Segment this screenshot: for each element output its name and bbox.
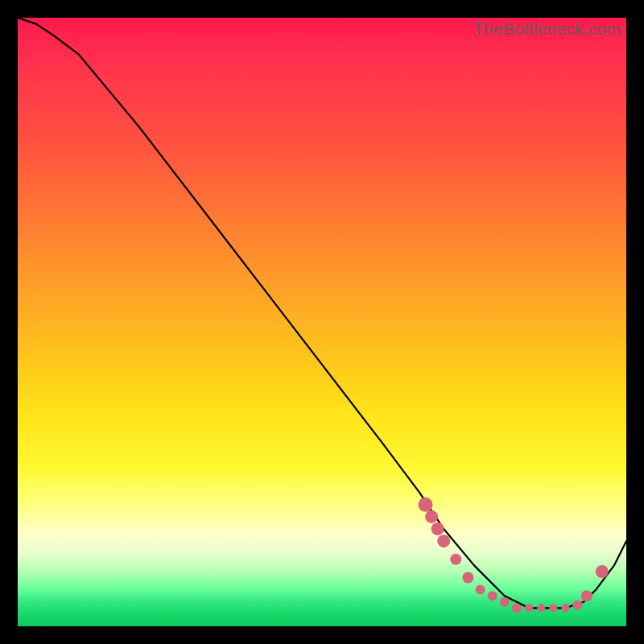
marker-dot	[431, 522, 444, 535]
marker-dot	[500, 597, 510, 607]
watermark-label: TheBottleneck.com	[474, 19, 621, 39]
marker-dot	[462, 572, 473, 584]
marker-group	[419, 497, 609, 613]
curve-line	[18, 18, 626, 608]
marker-dot	[549, 604, 557, 612]
marker-dot	[596, 565, 609, 578]
marker-dot	[488, 591, 497, 601]
marker-dot	[561, 604, 569, 612]
marker-dot	[581, 590, 592, 601]
marker-dot	[573, 601, 583, 610]
marker-dot	[437, 535, 450, 547]
marker-dot	[525, 604, 533, 612]
marker-dot	[419, 497, 433, 512]
chart-frame: TheBottleneck.com	[18, 18, 626, 626]
marker-dot	[476, 585, 485, 595]
marker-dot	[512, 603, 522, 613]
marker-dot	[537, 604, 545, 612]
marker-dot	[425, 510, 438, 523]
marker-dot	[450, 554, 461, 565]
chart-plot	[18, 18, 626, 626]
